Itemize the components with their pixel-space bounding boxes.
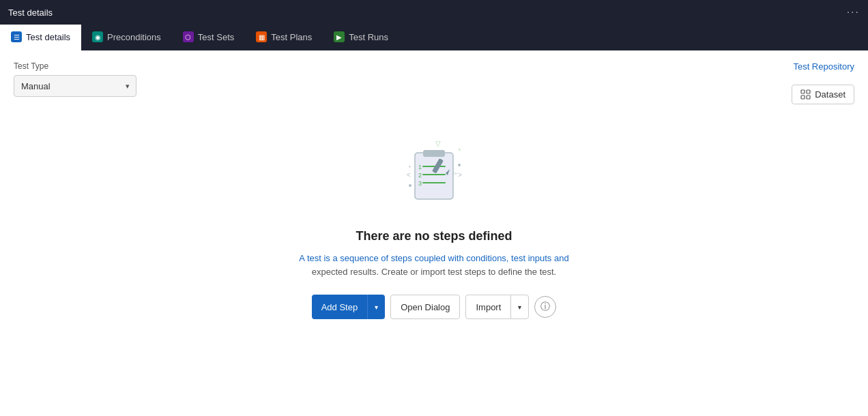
svg-rect-0 xyxy=(801,90,805,93)
tab-test-details[interactable]: ☰ Test details xyxy=(0,25,81,50)
tab-icon-test-details: ☰ xyxy=(11,31,22,42)
svg-text:2: 2 xyxy=(418,172,422,179)
add-step-dropdown-icon[interactable]: ▾ xyxy=(368,295,385,319)
empty-state-illustration: 1 2 3 < > ▽ /> + + xyxy=(393,131,475,213)
tab-icon-test-runs: ▶ xyxy=(334,31,345,42)
empty-state-description: A test is a sequence of steps coupled wi… xyxy=(299,252,568,278)
svg-point-17 xyxy=(409,184,411,187)
svg-text:>: > xyxy=(458,171,462,179)
svg-text:+: + xyxy=(408,164,411,170)
svg-text:<: < xyxy=(407,171,411,179)
tab-label-test-runs: Test Runs xyxy=(349,32,388,42)
import-dropdown-icon[interactable]: ▾ xyxy=(511,295,528,318)
tab-icon-test-plans: ▦ xyxy=(256,31,267,42)
tab-test-plans[interactable]: ▦ Test Plans xyxy=(245,25,323,50)
top-bar: Test details ··· xyxy=(0,0,868,25)
svg-rect-2 xyxy=(801,95,805,99)
dataset-label: Dataset xyxy=(815,89,845,100)
svg-rect-1 xyxy=(807,90,810,93)
tab-label-test-sets: Test Sets xyxy=(198,32,234,42)
info-icon: ⓘ xyxy=(540,301,550,313)
info-button[interactable]: ⓘ xyxy=(534,296,556,318)
empty-state: 1 2 3 < > ▽ /> + + There are no steps de… xyxy=(14,110,854,340)
tab-preconditions[interactable]: ◉ Preconditions xyxy=(81,25,172,50)
svg-point-18 xyxy=(458,164,461,166)
import-label: Import xyxy=(466,295,510,318)
svg-text:▽: ▽ xyxy=(435,140,441,147)
test-repository-link[interactable]: Test Repository xyxy=(793,61,854,72)
nav-tabs: ☰ Test details ◉ Preconditions ⬡ Test Se… xyxy=(0,25,868,50)
svg-text:/>: /> xyxy=(452,170,457,177)
tab-label-preconditions: Preconditions xyxy=(107,32,161,42)
main-content: Test Repository Test Type Manual ▾ Datas… xyxy=(0,50,868,416)
tab-test-runs[interactable]: ▶ Test Runs xyxy=(323,25,399,50)
open-dialog-button[interactable]: Open Dialog xyxy=(390,295,460,319)
add-step-button[interactable]: Add Step ▾ xyxy=(312,295,386,319)
svg-rect-5 xyxy=(423,150,445,157)
empty-state-title: There are no steps defined xyxy=(356,229,512,243)
grid-icon xyxy=(800,89,811,100)
empty-desc-gray: expected results. Create or import test … xyxy=(312,267,556,277)
empty-desc-blue: A test is a sequence of steps coupled wi… xyxy=(299,253,568,263)
svg-text:1: 1 xyxy=(418,164,422,170)
svg-text:+: + xyxy=(458,147,461,153)
add-step-label: Add Step xyxy=(312,295,368,319)
tab-icon-preconditions: ◉ xyxy=(92,31,103,42)
svg-rect-3 xyxy=(807,95,810,99)
more-menu-icon[interactable]: ··· xyxy=(847,6,860,18)
test-type-value: Manual xyxy=(21,81,50,91)
tab-label-test-plans: Test Plans xyxy=(271,32,312,42)
svg-text:3: 3 xyxy=(418,180,422,187)
import-button[interactable]: Import ▾ xyxy=(465,295,529,319)
test-type-label: Test Type xyxy=(14,61,854,71)
action-row: Add Step ▾ Open Dialog Import ▾ ⓘ xyxy=(312,295,557,319)
test-type-section: Test Type Manual ▾ xyxy=(14,61,854,97)
top-bar-title: Test details xyxy=(8,8,53,18)
tab-label-test-details: Test details xyxy=(26,32,70,42)
test-type-select[interactable]: Manual xyxy=(14,75,136,97)
tab-icon-test-sets: ⬡ xyxy=(183,31,194,42)
dataset-button[interactable]: Dataset xyxy=(792,85,854,104)
test-type-select-container: Manual ▾ xyxy=(14,75,136,97)
tab-test-sets[interactable]: ⬡ Test Sets xyxy=(172,25,245,50)
